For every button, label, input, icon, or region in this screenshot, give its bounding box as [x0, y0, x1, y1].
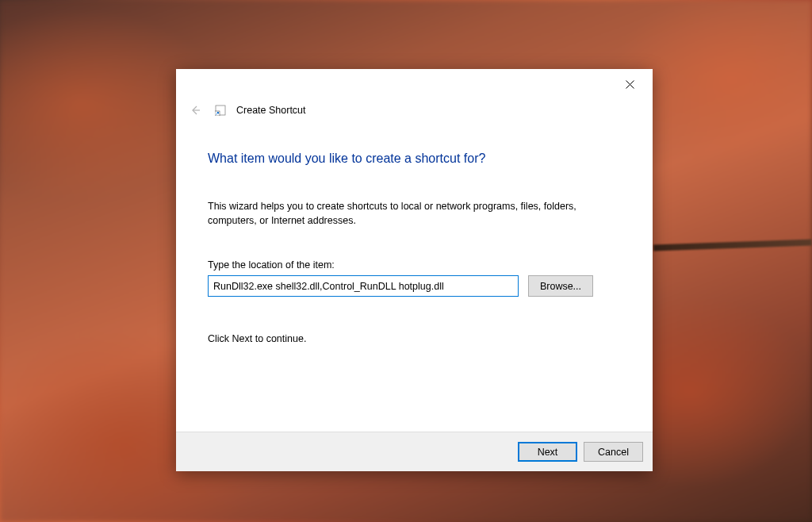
wizard-description: This wizard helps you to create shortcut…: [208, 199, 588, 228]
cancel-button[interactable]: Cancel: [584, 442, 643, 462]
location-input-label: Type the location of the item:: [208, 259, 621, 271]
browse-button[interactable]: Browse...: [528, 275, 593, 297]
shortcut-icon: [214, 104, 227, 117]
location-input[interactable]: [208, 275, 519, 297]
main-heading: What item would you like to create a sho…: [208, 152, 621, 166]
back-button[interactable]: [187, 102, 203, 118]
close-button[interactable]: [612, 72, 648, 96]
close-icon: [626, 80, 634, 89]
dialog-footer: Next Cancel: [176, 432, 653, 471]
next-button[interactable]: Next: [518, 442, 577, 462]
dialog-body: What item would you like to create a sho…: [176, 121, 653, 432]
continue-instruction: Click Next to continue.: [208, 333, 621, 344]
dialog-titlebar: [176, 69, 653, 99]
dialog-header: Create Shortcut: [176, 99, 653, 121]
input-row: Browse...: [208, 275, 621, 297]
dialog-title: Create Shortcut: [236, 105, 306, 116]
create-shortcut-dialog: Create Shortcut What item would you like…: [176, 69, 653, 471]
back-arrow-icon: [189, 104, 201, 117]
